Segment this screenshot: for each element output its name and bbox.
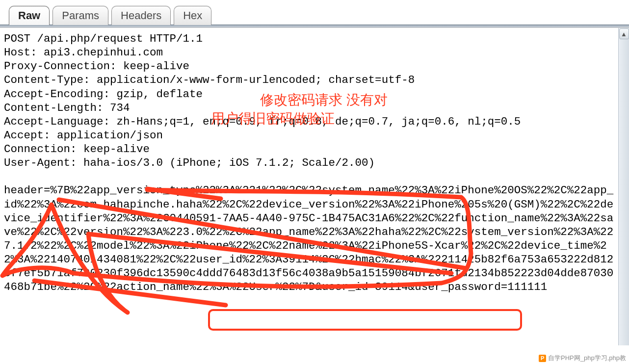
header-accept-encoding: Accept-Encoding: gzip, deflate bbox=[4, 88, 203, 101]
tab-raw[interactable]: Raw bbox=[9, 6, 50, 25]
tab-hex[interactable]: Hex bbox=[174, 6, 211, 25]
tab-headers[interactable]: Headers bbox=[111, 6, 171, 25]
scroll-up-button[interactable]: ▲ bbox=[619, 28, 629, 39]
tab-bar: Raw Params Headers Hex bbox=[0, 0, 629, 25]
header-user-agent: User-Agent: haha-ios/3.0 (iPhone; iOS 7.… bbox=[4, 156, 375, 169]
footer-text: 自学PHP网_php学习,php教 bbox=[548, 354, 626, 363]
vertical-scrollbar[interactable]: ▲ bbox=[618, 28, 629, 345]
header-accept: Accept: application/json bbox=[4, 129, 163, 142]
header-content-length: Content-Length: 734 bbox=[4, 102, 130, 114]
header-accept-language: Accept-Language: zh-Hans;q=1, en;q=0.9, … bbox=[4, 115, 521, 128]
header-connection: Connection: keep-alive bbox=[4, 143, 150, 156]
content-area: POST /api.php/request HTTP/1.1 Host: api… bbox=[0, 27, 629, 345]
request-body: header=%7B%22app_version_type%22%3A%221%… bbox=[4, 184, 613, 293]
watermark-footer: P 自学PHP网_php学习,php教 bbox=[539, 354, 626, 363]
header-host: Host: api3.chepinhui.com bbox=[4, 46, 163, 59]
request-line: POST /api.php/request HTTP/1.1 bbox=[4, 32, 203, 45]
header-proxy-connection: Proxy-Connection: keep-alive bbox=[4, 60, 189, 73]
header-content-type: Content-Type: application/x-www-form-url… bbox=[4, 74, 415, 86]
scroll-track[interactable] bbox=[619, 40, 629, 345]
raw-request-text[interactable]: POST /api.php/request HTTP/1.1 Host: api… bbox=[0, 28, 618, 345]
footer-logo-icon: P bbox=[539, 355, 546, 362]
tab-params[interactable]: Params bbox=[52, 6, 108, 25]
